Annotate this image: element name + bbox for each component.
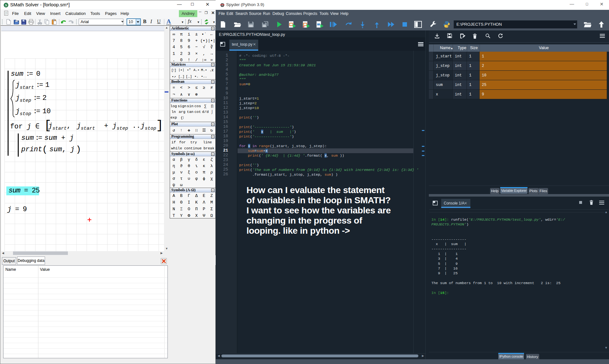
svg-text:S: S: [5, 3, 7, 7]
